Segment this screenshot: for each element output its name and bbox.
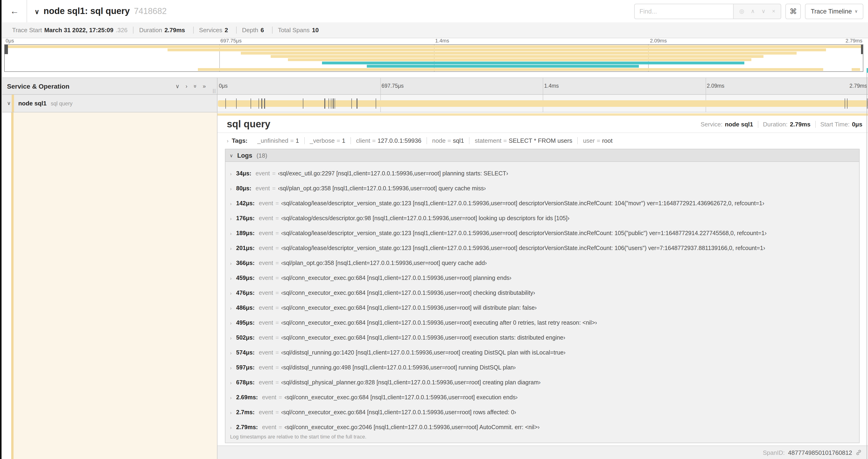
log-entry[interactable]: › 678μs: event = ‹sql/distsql_physical_p… [225, 375, 859, 390]
log-marker-tick[interactable] [236, 98, 237, 108]
log-entry[interactable]: › 2.7ms: event = ‹sql/conn_executor_exec… [225, 405, 859, 420]
span-row-name-cell[interactable]: ∨ node sql1 sql query [2, 95, 217, 112]
chevron-down-icon[interactable]: ∨ [176, 83, 180, 89]
meta-item: Service: node sql1 [696, 121, 753, 128]
log-marker-tick[interactable] [324, 98, 325, 108]
span-operation-name: sql query [51, 101, 72, 106]
prev-result-icon[interactable]: ∧ [751, 8, 755, 14]
log-entry[interactable]: › 2.69ms: event = ‹sql/conn_executor_exe… [225, 390, 859, 405]
log-entry[interactable]: › 189μs: event = ‹sql/catalog/lease/desc… [225, 226, 859, 241]
locate-icon[interactable]: ◎ [739, 8, 744, 14]
log-entry[interactable]: › 201μs: event = ‹sql/catalog/lease/desc… [225, 241, 859, 256]
log-event-value: ‹sql/distsql_running.go:498 [nsql1,clien… [281, 364, 516, 371]
trace-minimap[interactable] [4, 44, 863, 72]
log-entry[interactable]: › 486μs: event = ‹sql/conn_executor_exec… [225, 300, 859, 315]
log-equals: = [272, 185, 276, 192]
screen-edge-artifact [867, 68, 868, 73]
log-timestamp: 476μs: [236, 290, 254, 296]
summary-item: Depth 6 [236, 27, 272, 34]
double-chevron-right-icon[interactable]: » [203, 83, 206, 89]
log-timestamp: 597μs: [236, 364, 254, 371]
span-row-timeline-cell[interactable] [217, 95, 868, 112]
log-entry-list: › 34μs: event = ‹sql/exec_util.go:2297 [… [225, 162, 859, 435]
log-marker-tick[interactable] [225, 98, 226, 108]
back-button[interactable]: ← [2, 0, 27, 22]
log-marker-tick[interactable] [251, 98, 251, 108]
log-marker-tick[interactable] [329, 98, 329, 108]
log-entry[interactable]: › 366μs: event = ‹sql/plan_opt.go:358 [n… [225, 256, 859, 270]
view-selector-button[interactable]: Trace Timeline ∨ [805, 3, 863, 19]
log-equals: = [275, 349, 279, 356]
minimap-tick-labels: 0μs697.75μs1.4ms2.09ms2.79ms [4, 38, 863, 44]
log-marker-tick[interactable] [265, 98, 265, 108]
log-marker-tick[interactable] [261, 98, 262, 108]
log-marker-tick[interactable] [351, 98, 352, 108]
log-marker-tick[interactable] [375, 98, 376, 108]
log-entry[interactable]: › 2.79ms: event = ‹sql/conn_executor_exe… [225, 420, 859, 435]
collapse-title-chevron-icon[interactable]: ∨ [34, 8, 39, 15]
double-chevron-down-icon[interactable]: » [192, 85, 198, 88]
chevron-right-icon: › [230, 201, 236, 206]
log-equals: = [275, 200, 279, 207]
log-entry[interactable]: › 80μs: event = ‹sql/plan_opt.go:358 [ns… [225, 181, 859, 196]
keyboard-shortcuts-button[interactable]: ⌘ [786, 3, 801, 19]
log-marker-tick[interactable] [333, 98, 334, 108]
log-equals: = [275, 320, 279, 326]
chevron-right-icon[interactable]: › [186, 83, 187, 89]
span-row[interactable]: ∨ node sql1 sql query [2, 95, 868, 112]
minimap-tick-label: 2.79ms [846, 38, 863, 43]
log-marker-tick[interactable] [258, 98, 259, 108]
ruler-tick-label: 2.09ms [705, 83, 724, 89]
log-event-value: ‹sql/conn_executor_exec.go:684 [nsql1,cl… [281, 305, 537, 311]
log-entry[interactable]: › 34μs: event = ‹sql/exec_util.go:2297 [… [225, 166, 859, 181]
log-field-name: event [259, 379, 273, 386]
log-field-name: event [259, 305, 273, 311]
log-entry[interactable]: › 176μs: event = ‹sql/catalog/descs/desc… [225, 211, 859, 226]
log-entry[interactable]: › 597μs: event = ‹sql/distsql_running.go… [225, 360, 859, 375]
log-equals: = [275, 215, 279, 222]
log-field-name: event [259, 364, 273, 371]
log-marker-tick[interactable] [335, 98, 335, 108]
log-field-name: event [259, 334, 273, 341]
log-marker-tick[interactable] [357, 98, 358, 108]
clear-search-icon[interactable]: × [772, 8, 775, 14]
minimap-right-drag-handle[interactable] [861, 45, 863, 54]
chevron-right-icon: › [230, 320, 236, 325]
log-event-value: ‹sql/conn_executor_exec.go:2046 [nsql1,c… [284, 424, 540, 431]
log-marker-tick[interactable] [331, 98, 332, 108]
log-field-name: event [262, 424, 276, 431]
log-timestamp: 486μs: [236, 305, 254, 311]
log-timestamp: 495μs: [236, 320, 254, 326]
log-entry[interactable]: › 574μs: event = ‹sql/distsql_running.go… [225, 345, 859, 360]
search-input[interactable] [634, 3, 733, 19]
log-marker-tick[interactable] [303, 98, 304, 108]
next-result-icon[interactable]: ∨ [762, 8, 766, 14]
log-field-name: event [255, 170, 270, 177]
tags-row[interactable]: › Tags: _unfinished = 1 _verbose = 1 cli… [227, 137, 862, 144]
span-expander-chevron-icon[interactable]: ∨ [7, 100, 11, 106]
log-entry[interactable]: › 142μs: event = ‹sql/catalog/lease/desc… [225, 196, 859, 211]
logs-section-header[interactable]: ∨ Logs (18) [225, 149, 859, 162]
meta-item: Duration: 2.79ms [758, 121, 811, 128]
span-detail-operation: sql query [227, 119, 271, 130]
summary-item: Duration 2.79ms [133, 27, 193, 34]
trace-title-area: ∨ node sql1: sql query 7418682 [34, 6, 166, 16]
log-equals: = [272, 170, 276, 177]
log-marker-tick[interactable] [845, 98, 845, 108]
log-marker-tick[interactable] [867, 98, 868, 108]
span-color-stripe [11, 112, 13, 459]
log-event-value: ‹sql/conn_executor_exec.go:684 [nsql1,cl… [281, 334, 565, 341]
log-entry[interactable]: › 495μs: event = ‹sql/conn_executor_exec… [225, 315, 859, 330]
log-marker-tick[interactable] [847, 98, 848, 108]
link-icon[interactable] [856, 449, 862, 456]
log-entry[interactable]: › 459μs: event = ‹sql/conn_executor_exec… [225, 270, 859, 286]
log-equals: = [275, 290, 279, 296]
minimap-left-drag-handle[interactable] [5, 45, 8, 54]
column-resize-grabber[interactable]: || [213, 88, 216, 93]
chevron-right-icon[interactable]: › [227, 138, 228, 144]
log-entry[interactable]: › 476μs: event = ‹sql/conn_executor_exec… [225, 286, 859, 300]
minimap-tick-label: 1.4ms [434, 38, 449, 43]
minimap-span-bar [5, 45, 861, 48]
log-entry[interactable]: › 502μs: event = ‹sql/conn_executor_exec… [225, 330, 859, 345]
span-duration-bar[interactable] [218, 100, 868, 107]
